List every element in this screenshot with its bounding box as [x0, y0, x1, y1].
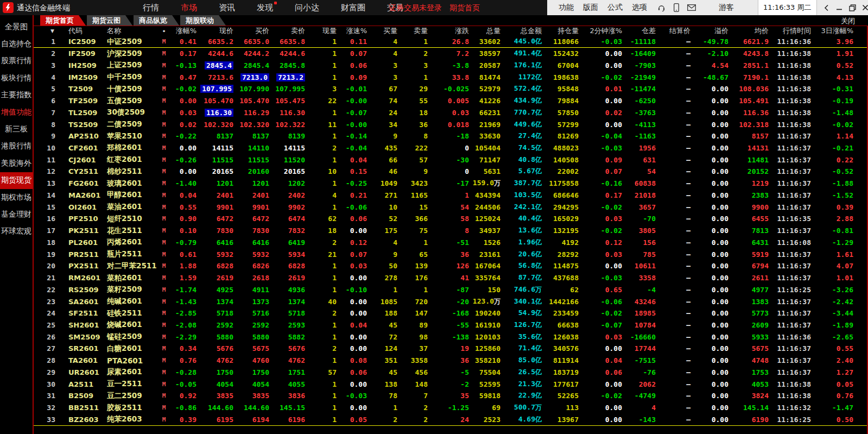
user-label[interactable]: 游客 [719, 3, 734, 12]
cell-溢价: 4.54 [694, 61, 732, 70]
titlebar-menu-2[interactable]: 公式 [607, 3, 623, 12]
menu-item-1[interactable]: 市场 [181, 3, 197, 13]
tab-1[interactable]: 期货云图 [87, 15, 132, 26]
table-row[interactable]: 6TF2509五债2509M0.00105.470105.470105.4752… [34, 95, 867, 107]
table-row[interactable]: 25SH2601烧碱2601M-2.0825922592259310.04458… [34, 319, 867, 331]
table-row[interactable]: 27SR2601白糖2601M0.3456765675567620.001243… [34, 343, 867, 355]
table-row[interactable]: 4IM2509中千2509M0.477213.67213.07213.210.0… [34, 71, 867, 83]
table-row[interactable]: 22RS2509菜籽2509M-1.744925491149361-0.1011… [34, 284, 867, 295]
table-row[interactable]: 33BZ2603纯苯2603M0.3961956194619610.052224… [34, 414, 867, 426]
sidebar-item-5[interactable]: 增值功能 [0, 104, 33, 121]
sidebar-item-0[interactable]: 全景图 [0, 18, 33, 35]
cell-2分钟涨%: 0.65 [582, 286, 625, 294]
table-row[interactable]: 17PK2511花生2511M0.10783078307832180.00175… [34, 225, 867, 237]
cell-持仓量: 114875 [545, 262, 582, 270]
column-header-20[interactable]: 均价 [732, 26, 772, 36]
table-row[interactable]: 14MA2601甲醇2601M0.0424012401240240.212711… [34, 190, 867, 202]
menu-item-5[interactable]: 财富圈 [341, 3, 365, 13]
tab-0[interactable]: 期货首页 [40, 15, 86, 26]
tab-close-label[interactable]: 关闭 [841, 16, 855, 26]
table-row[interactable]: 29UR2601尿素2601M-0.28175017501751570.0645… [34, 367, 867, 379]
sidebar-item-2[interactable]: 股票行情 [0, 53, 33, 70]
table-row[interactable]: 24SF2511硅铁2511M-2.8557185716571820.00188… [34, 307, 867, 319]
sidebar-item-9[interactable]: 期货现货 [0, 172, 33, 189]
phone-icon[interactable] [674, 3, 679, 12]
column-header-4[interactable]: 涨幅% [172, 26, 200, 36]
tab-3[interactable]: 期股联动 [180, 15, 226, 26]
column-header-21[interactable]: 行情时间 [772, 26, 814, 36]
table-row[interactable]: 28TA2601PTA2601M0.7647624760476210.08351… [34, 355, 867, 367]
table-row[interactable]: 12CY2511棉纱2511M0.00201652016020165100.15… [34, 166, 867, 178]
tab-2[interactable]: 商品纵览 [134, 15, 179, 26]
futures-home-link[interactable]: 期货首页 [449, 3, 480, 12]
table-row[interactable]: 32BB2511胶板2511M-0.86144.60144.60145.1510… [34, 402, 867, 414]
column-header-13[interactable]: 总量 [472, 26, 504, 36]
table-row[interactable]: 13FG2601玻璃2601M-1.401201120112021-0.2510… [34, 178, 867, 190]
column-header-14[interactable]: 总金额 [504, 26, 545, 36]
column-header-18[interactable]: 结算价 [659, 26, 694, 36]
sidebar-item-12[interactable]: 环球宏观 [0, 223, 33, 240]
column-header-3[interactable]: • [156, 27, 172, 35]
sidebar-item-8[interactable]: 美股海外 [0, 155, 33, 172]
table-row[interactable]: 26SM2509锰硅2509M-2.2958805880588210.00729… [34, 331, 867, 343]
table-row[interactable]: 8TS2509二债2509M0.02102.320102.320102.3221… [34, 118, 867, 130]
cell-行情时间: 11:16:37 [772, 298, 814, 306]
table-row[interactable]: 9AP2510苹果2510M-0.228137813781391-0.1498-… [34, 130, 867, 142]
table-row[interactable]: 19PR2511瓶片2511M0.61593259325934210.07965… [34, 248, 867, 260]
sidebar-item-6[interactable]: 新三板 [0, 121, 33, 137]
close-button[interactable] [861, 2, 868, 13]
column-header-17[interactable]: 仓差 [625, 26, 659, 36]
sidebar-item-1[interactable]: 自选持仓 [0, 35, 33, 52]
menu-item-4[interactable]: 问小达 [295, 3, 319, 13]
column-header-6[interactable]: 买价 [237, 26, 273, 36]
column-header-19[interactable]: 溢价 [694, 26, 732, 36]
table-row[interactable]: 1IC2509中证2509M0.416635.26635.06635.810.1… [34, 36, 867, 48]
table-row[interactable]: 16PF2510短纤2510M0.90647264726474620.06523… [34, 213, 867, 225]
menu-item-0[interactable]: 行情 [143, 3, 159, 13]
column-header-7[interactable]: 卖价 [273, 26, 308, 36]
table-row[interactable]: 10CF2601郑棉2601M0.001411514110141152-0.04… [34, 142, 867, 154]
restore-button[interactable] [848, 2, 857, 13]
column-header-11[interactable]: 卖量 [401, 26, 431, 36]
titlebar-menu-1[interactable]: 版面 [583, 3, 598, 12]
column-header-22[interactable]: 3日涨幅% [814, 26, 857, 36]
cell-结算价: — [659, 286, 694, 294]
titlebar-menu-0[interactable]: 功能 [559, 3, 574, 12]
mail-icon[interactable] [687, 4, 696, 11]
sidebar-item-7[interactable]: 港股行情 [0, 138, 33, 155]
table-row[interactable]: 11CJ2601红枣2601M-0.2611515115151152010.04… [34, 154, 867, 166]
cell-总量: 81474 [472, 73, 504, 81]
table-row[interactable]: 5T2509十债2509M-0.02107.995107.990107.9953… [34, 83, 867, 95]
table-row[interactable]: 21RM2601菜粕2601M1.5926192618261910.002781… [34, 272, 867, 284]
column-header-8[interactable]: 现量 [308, 26, 340, 36]
column-header-5[interactable]: 现价 [200, 26, 237, 36]
headset-icon[interactable] [657, 4, 666, 12]
sidebar-item-4[interactable]: 主要指数 [0, 87, 33, 104]
cell-2分钟涨%: 0.00 [582, 404, 625, 412]
table-row[interactable]: 3IH2509上证2509M-0.132845.42845.42845.810.… [34, 59, 867, 71]
column-header-16[interactable]: 2分钟涨% [582, 26, 625, 36]
table-row[interactable]: 20PX2511对二甲苯2511M1.8868286826682810.0350… [34, 260, 867, 272]
column-header-10[interactable]: 买量 [370, 26, 401, 36]
sidebar-item-10[interactable]: 期权市场 [0, 189, 33, 206]
sidebar-item-3[interactable]: 板块行情 [0, 70, 33, 86]
menu-item-2[interactable]: 资讯 [219, 3, 235, 13]
column-header-0[interactable]: ▼ [34, 28, 61, 34]
minimize-button[interactable] [835, 2, 844, 13]
column-header-2[interactable]: 名称 [98, 26, 156, 36]
column-header-15[interactable]: 持仓量 [545, 26, 582, 36]
table-row[interactable]: 30A2511豆一2511M-0.0540544054405510.001381… [34, 378, 867, 390]
column-header-9[interactable]: 涨速% [340, 26, 370, 36]
menu-item-3[interactable]: 发现 [257, 3, 273, 13]
table-row[interactable]: 7TL250930债2509M0.03116.30116.29116.301-0… [34, 106, 867, 118]
table-row[interactable]: 18PL2601丙烯2601M-0.7964166416641920.1241-… [34, 236, 867, 248]
table-row[interactable]: 15OI2601菜油2601M0.559901990199021-0.06101… [34, 201, 867, 213]
column-header-12[interactable]: 涨跌 [431, 26, 472, 36]
collapse-button[interactable] [822, 2, 831, 13]
sidebar-item-11[interactable]: 基金理财 [0, 206, 33, 223]
table-row[interactable]: 2IF2509沪深2509M0.174244.64244.24244.610.0… [34, 48, 867, 60]
titlebar-menu-3[interactable]: 选项 [632, 3, 647, 12]
table-row[interactable]: 31B2509豆二2509M0.923835383538361-0.037873… [34, 390, 867, 402]
column-header-1[interactable]: 代码 [61, 26, 98, 36]
table-row[interactable]: 23SA2601纯碱2601M-1.43137413731374400.0010… [34, 295, 867, 307]
